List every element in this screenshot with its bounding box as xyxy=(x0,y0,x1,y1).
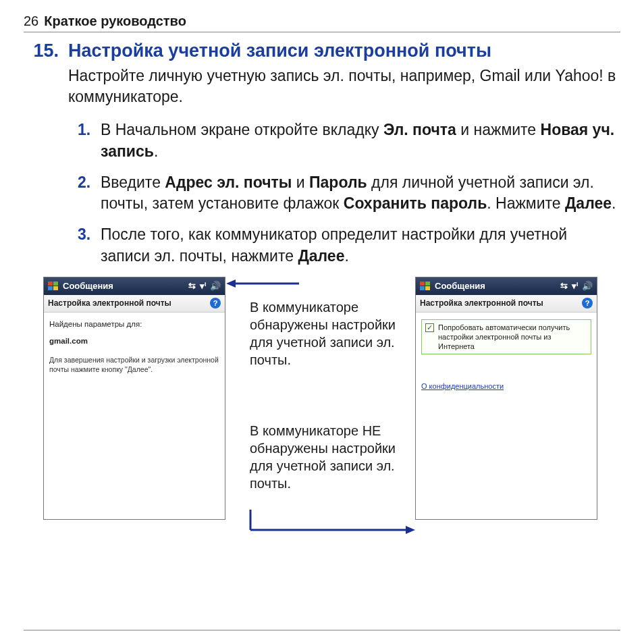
instruction-text: Для завершения настройки и загрузки элек… xyxy=(49,355,219,374)
phone-body: Найдены параметры для: gmail.com Для зав… xyxy=(44,313,225,381)
section-heading: 15. Настройка учетной записи электронной… xyxy=(24,41,620,61)
sync-icon: ⇆ xyxy=(560,281,568,291)
privacy-link[interactable]: О конфиденциальности xyxy=(421,381,591,392)
page-number: 26 xyxy=(24,14,38,29)
signal-icon: ▾ᴵ xyxy=(572,281,578,291)
step-3: 3. После того, как коммуникатор определи… xyxy=(78,224,620,267)
windows-logo-icon xyxy=(48,281,59,291)
svg-rect-6 xyxy=(420,286,425,290)
svg-marker-9 xyxy=(226,279,236,288)
section-title: Настройка учетной записи электронной поч… xyxy=(68,41,491,61)
subheader-text: Настройка электронной почты xyxy=(420,298,543,308)
svg-marker-12 xyxy=(406,526,415,534)
step-2: 2. Введите Адрес эл. почты и Пароль для … xyxy=(78,172,620,215)
checkbox-label: Попробовать автоматически получить настр… xyxy=(438,323,587,352)
checkbox-icon[interactable]: ✓ xyxy=(425,323,434,332)
phone-body: ✓ Попробовать автоматически получить нас… xyxy=(416,313,597,399)
arrow-left-icon xyxy=(226,277,300,290)
svg-rect-4 xyxy=(420,281,425,286)
speaker-icon: 🔊 xyxy=(210,281,221,291)
page-header: 26 Краткое руководство xyxy=(24,14,620,32)
auto-settings-checkbox[interactable]: ✓ Попробовать автоматически получить нас… xyxy=(421,319,591,355)
svg-rect-5 xyxy=(425,281,430,286)
step-text: После того, как коммуникатор определит н… xyxy=(101,224,620,267)
step-1: 1. В Начальном экране откройте вкладку Э… xyxy=(78,119,620,162)
annotation-found: В коммуникаторе обнаружены настройки для… xyxy=(250,298,398,369)
phone-subheader: Настройка электронной почты ? xyxy=(44,295,225,313)
annotation-not-found: В коммуникаторе НЕ обнаружены настройки … xyxy=(250,422,398,492)
phone-subheader: Настройка электронной почты ? xyxy=(416,295,597,313)
phone-screenshot-left: Сообщения ⇆ ▾ᴵ 🔊 Настройка электронной п… xyxy=(43,277,225,520)
step-text: В Начальном экране откройте вкладку Эл. … xyxy=(101,119,620,162)
section-intro: Настройте личную учетную запись эл. почт… xyxy=(68,65,620,107)
sync-icon: ⇆ xyxy=(188,281,196,291)
titlebar-text: Сообщения xyxy=(435,281,485,291)
speaker-icon: 🔊 xyxy=(582,281,593,291)
arrow-right-icon xyxy=(248,510,417,537)
step-number: 1. xyxy=(78,119,94,162)
section-number: 15. xyxy=(24,41,59,61)
phone-screenshot-right: Сообщения ⇆ ▾ᴵ 🔊 Настройка электронной п… xyxy=(415,277,597,520)
footer-rule xyxy=(24,630,620,630)
windows-logo-icon xyxy=(420,281,431,291)
screenshots-area: Сообщения ⇆ ▾ᴵ 🔊 Настройка электронной п… xyxy=(24,277,620,547)
found-domain: gmail.com xyxy=(49,336,219,347)
svg-rect-3 xyxy=(53,286,58,290)
svg-rect-2 xyxy=(48,286,53,290)
help-icon[interactable]: ? xyxy=(582,298,593,308)
phone-titlebar: Сообщения ⇆ ▾ᴵ 🔊 xyxy=(416,277,597,295)
found-label: Найдены параметры для: xyxy=(49,319,219,330)
guide-title: Краткое руководство xyxy=(44,14,186,29)
help-icon[interactable]: ? xyxy=(210,298,221,308)
step-number: 2. xyxy=(78,172,94,215)
step-text: Введите Адрес эл. почты и Пароль для лич… xyxy=(101,172,620,215)
svg-rect-0 xyxy=(48,281,53,286)
subheader-text: Настройка электронной почты xyxy=(48,298,171,308)
step-number: 3. xyxy=(78,224,94,267)
svg-rect-1 xyxy=(53,281,58,286)
signal-icon: ▾ᴵ xyxy=(200,281,206,291)
svg-rect-7 xyxy=(425,286,430,290)
phone-titlebar: Сообщения ⇆ ▾ᴵ 🔊 xyxy=(44,277,225,295)
titlebar-text: Сообщения xyxy=(63,281,113,291)
